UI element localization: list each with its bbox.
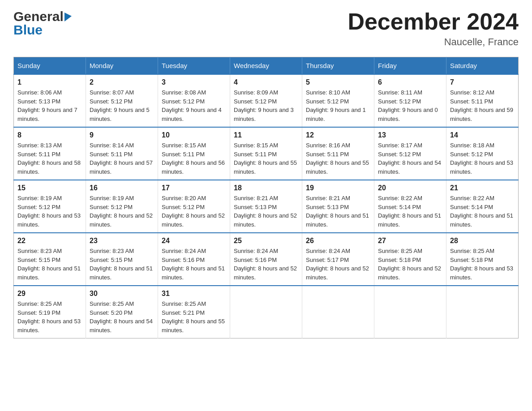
day-info: Sunrise: 8:25 AMSunset: 5:19 PMDaylight:… xyxy=(17,300,82,334)
calendar-cell: 24Sunrise: 8:24 AMSunset: 5:16 PMDayligh… xyxy=(158,233,230,286)
day-number: 29 xyxy=(17,290,82,298)
weekday-header-wednesday: Wednesday xyxy=(230,57,302,75)
calendar-table: SundayMondayTuesdayWednesdayThursdayFrid… xyxy=(13,57,519,338)
day-info: Sunrise: 8:24 AMSunset: 5:16 PMDaylight:… xyxy=(162,247,226,282)
calendar-cell: 3Sunrise: 8:08 AMSunset: 5:12 PMDaylight… xyxy=(158,74,230,127)
weekday-header-sunday: Sunday xyxy=(14,57,86,75)
calendar-cell: 20Sunrise: 8:22 AMSunset: 5:14 PMDayligh… xyxy=(374,180,446,233)
day-info: Sunrise: 8:16 AMSunset: 5:11 PMDaylight:… xyxy=(306,141,370,176)
day-number: 3 xyxy=(162,78,226,86)
day-number: 9 xyxy=(90,131,154,139)
day-number: 14 xyxy=(450,131,515,139)
calendar-cell: 9Sunrise: 8:14 AMSunset: 5:11 PMDaylight… xyxy=(86,127,158,180)
calendar-cell: 4Sunrise: 8:09 AMSunset: 5:12 PMDaylight… xyxy=(230,74,302,127)
calendar-cell: 30Sunrise: 8:25 AMSunset: 5:20 PMDayligh… xyxy=(86,286,158,338)
day-info: Sunrise: 8:24 AMSunset: 5:17 PMDaylight:… xyxy=(306,247,370,282)
day-info: Sunrise: 8:24 AMSunset: 5:16 PMDaylight:… xyxy=(234,247,298,282)
calendar-cell: 31Sunrise: 8:25 AMSunset: 5:21 PMDayligh… xyxy=(158,286,230,338)
day-info: Sunrise: 8:15 AMSunset: 5:11 PMDaylight:… xyxy=(162,141,226,176)
day-info: Sunrise: 8:25 AMSunset: 5:18 PMDaylight:… xyxy=(450,247,515,282)
day-number: 24 xyxy=(162,237,226,245)
day-info: Sunrise: 8:07 AMSunset: 5:12 PMDaylight:… xyxy=(90,88,154,123)
calendar-cell: 23Sunrise: 8:23 AMSunset: 5:15 PMDayligh… xyxy=(86,233,158,286)
calendar-cell xyxy=(230,286,302,338)
page-header: General Blue December 2024 Naucelle, Fra… xyxy=(13,9,519,48)
calendar-cell: 12Sunrise: 8:16 AMSunset: 5:11 PMDayligh… xyxy=(302,127,374,180)
calendar-cell: 26Sunrise: 8:24 AMSunset: 5:17 PMDayligh… xyxy=(302,233,374,286)
logo-blue-text: Blue xyxy=(13,22,43,38)
calendar-cell: 6Sunrise: 8:11 AMSunset: 5:12 PMDaylight… xyxy=(374,74,446,127)
day-info: Sunrise: 8:09 AMSunset: 5:12 PMDaylight:… xyxy=(234,88,298,123)
calendar-cell: 18Sunrise: 8:21 AMSunset: 5:13 PMDayligh… xyxy=(230,180,302,233)
day-info: Sunrise: 8:19 AMSunset: 5:12 PMDaylight:… xyxy=(90,194,154,229)
calendar-cell: 28Sunrise: 8:25 AMSunset: 5:18 PMDayligh… xyxy=(446,233,519,286)
day-number: 23 xyxy=(90,237,154,245)
day-number: 26 xyxy=(306,237,370,245)
calendar-week-row: 8Sunrise: 8:13 AMSunset: 5:11 PMDaylight… xyxy=(14,127,519,180)
day-number: 8 xyxy=(17,131,82,139)
day-number: 19 xyxy=(306,184,370,192)
day-number: 28 xyxy=(450,237,515,245)
day-info: Sunrise: 8:15 AMSunset: 5:11 PMDaylight:… xyxy=(234,141,298,176)
calendar-cell: 27Sunrise: 8:25 AMSunset: 5:18 PMDayligh… xyxy=(374,233,446,286)
svg-marker-0 xyxy=(64,13,72,21)
day-number: 1 xyxy=(17,78,82,86)
day-number: 15 xyxy=(17,184,82,192)
day-number: 7 xyxy=(450,78,515,86)
calendar-cell: 2Sunrise: 8:07 AMSunset: 5:12 PMDaylight… xyxy=(86,74,158,127)
day-info: Sunrise: 8:19 AMSunset: 5:12 PMDaylight:… xyxy=(17,194,82,229)
title-area: December 2024 Naucelle, France xyxy=(348,9,519,48)
day-info: Sunrise: 8:13 AMSunset: 5:11 PMDaylight:… xyxy=(17,141,82,176)
calendar-cell: 19Sunrise: 8:21 AMSunset: 5:13 PMDayligh… xyxy=(302,180,374,233)
day-number: 16 xyxy=(90,184,154,192)
day-number: 30 xyxy=(90,290,154,298)
calendar-cell: 14Sunrise: 8:18 AMSunset: 5:12 PMDayligh… xyxy=(446,127,519,180)
day-number: 10 xyxy=(162,131,226,139)
location: Naucelle, France xyxy=(348,36,519,48)
calendar-cell: 10Sunrise: 8:15 AMSunset: 5:11 PMDayligh… xyxy=(158,127,230,180)
day-number: 27 xyxy=(378,237,442,245)
day-info: Sunrise: 8:22 AMSunset: 5:14 PMDaylight:… xyxy=(450,194,515,229)
day-info: Sunrise: 8:14 AMSunset: 5:11 PMDaylight:… xyxy=(90,141,154,176)
day-info: Sunrise: 8:08 AMSunset: 5:12 PMDaylight:… xyxy=(162,88,226,123)
day-info: Sunrise: 8:20 AMSunset: 5:12 PMDaylight:… xyxy=(162,194,226,229)
day-number: 17 xyxy=(162,184,226,192)
day-info: Sunrise: 8:10 AMSunset: 5:12 PMDaylight:… xyxy=(306,88,370,123)
calendar-cell: 16Sunrise: 8:19 AMSunset: 5:12 PMDayligh… xyxy=(86,180,158,233)
day-info: Sunrise: 8:22 AMSunset: 5:14 PMDaylight:… xyxy=(378,194,442,229)
day-info: Sunrise: 8:06 AMSunset: 5:13 PMDaylight:… xyxy=(17,88,82,123)
day-number: 13 xyxy=(378,131,442,139)
day-number: 6 xyxy=(378,78,442,86)
calendar-cell: 7Sunrise: 8:12 AMSunset: 5:11 PMDaylight… xyxy=(446,74,519,127)
calendar-week-row: 22Sunrise: 8:23 AMSunset: 5:15 PMDayligh… xyxy=(14,233,519,286)
calendar-cell xyxy=(446,286,519,338)
day-number: 31 xyxy=(162,290,226,298)
day-info: Sunrise: 8:18 AMSunset: 5:12 PMDaylight:… xyxy=(450,141,515,176)
calendar-header-row: SundayMondayTuesdayWednesdayThursdayFrid… xyxy=(14,57,519,75)
calendar-week-row: 29Sunrise: 8:25 AMSunset: 5:19 PMDayligh… xyxy=(14,286,519,338)
day-info: Sunrise: 8:25 AMSunset: 5:21 PMDaylight:… xyxy=(162,300,226,334)
day-number: 2 xyxy=(90,78,154,86)
weekday-header-friday: Friday xyxy=(374,57,446,75)
calendar-cell xyxy=(374,286,446,338)
month-title: December 2024 xyxy=(348,9,519,34)
weekday-header-thursday: Thursday xyxy=(302,57,374,75)
day-info: Sunrise: 8:25 AMSunset: 5:20 PMDaylight:… xyxy=(90,300,154,334)
calendar-cell: 13Sunrise: 8:17 AMSunset: 5:12 PMDayligh… xyxy=(374,127,446,180)
weekday-header-saturday: Saturday xyxy=(446,57,519,75)
logo-arrow-icon xyxy=(64,13,73,21)
logo-general-text: General xyxy=(13,9,64,24)
calendar-cell: 15Sunrise: 8:19 AMSunset: 5:12 PMDayligh… xyxy=(14,180,86,233)
calendar-week-row: 1Sunrise: 8:06 AMSunset: 5:13 PMDaylight… xyxy=(14,74,519,127)
day-number: 4 xyxy=(234,78,298,86)
day-number: 11 xyxy=(234,131,298,139)
day-info: Sunrise: 8:21 AMSunset: 5:13 PMDaylight:… xyxy=(234,194,298,229)
calendar-week-row: 15Sunrise: 8:19 AMSunset: 5:12 PMDayligh… xyxy=(14,180,519,233)
weekday-header-tuesday: Tuesday xyxy=(158,57,230,75)
calendar-cell: 22Sunrise: 8:23 AMSunset: 5:15 PMDayligh… xyxy=(14,233,86,286)
day-number: 20 xyxy=(378,184,442,192)
day-number: 12 xyxy=(306,131,370,139)
calendar-cell: 1Sunrise: 8:06 AMSunset: 5:13 PMDaylight… xyxy=(14,74,86,127)
calendar-cell: 17Sunrise: 8:20 AMSunset: 5:12 PMDayligh… xyxy=(158,180,230,233)
day-number: 18 xyxy=(234,184,298,192)
